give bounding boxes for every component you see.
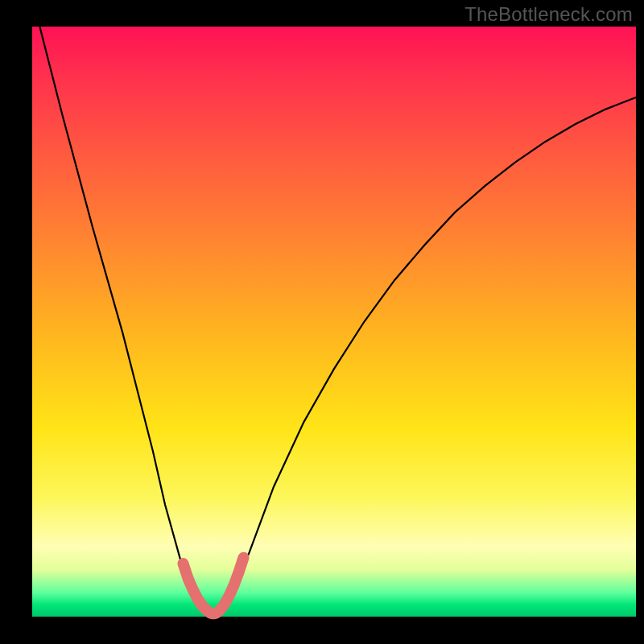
plot-area: [32, 27, 636, 617]
bottleneck-curve: [32, 0, 636, 613]
highlight-u: [184, 558, 244, 614]
watermark-text: TheBottleneck.com: [464, 3, 633, 26]
curve-layer: [32, 27, 636, 617]
chart-frame: TheBottleneck.com: [0, 0, 644, 644]
